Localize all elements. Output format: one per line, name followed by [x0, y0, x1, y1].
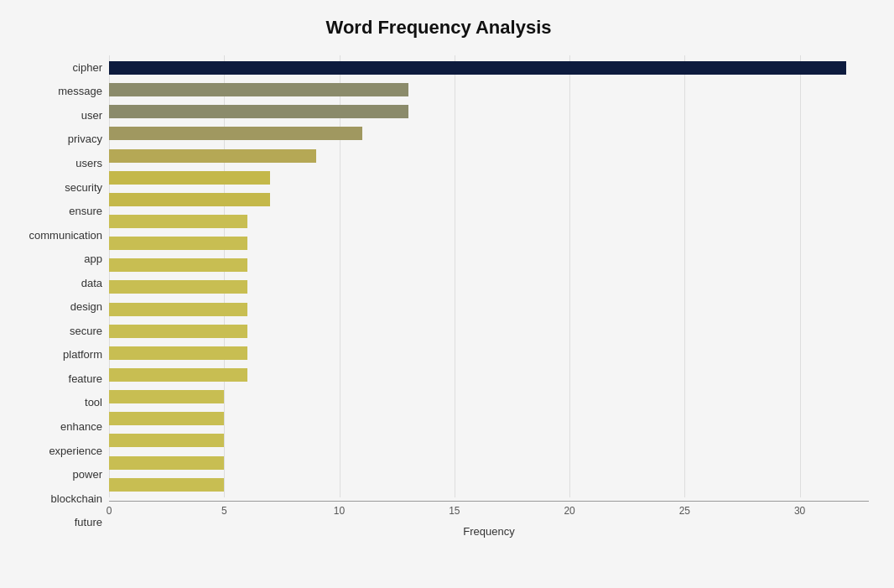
y-label: data — [8, 273, 102, 292]
bar-row — [109, 212, 869, 231]
bar-row — [109, 190, 869, 209]
bar — [109, 105, 408, 118]
bar-row — [109, 278, 869, 296]
bar — [109, 83, 408, 96]
bar-row — [109, 169, 869, 187]
bar-row — [109, 102, 869, 121]
bar — [109, 303, 247, 316]
x-axis-line — [109, 501, 869, 502]
bar — [109, 478, 224, 492]
bar-row — [109, 59, 869, 77]
y-label: user — [8, 106, 102, 124]
bar-row — [109, 322, 869, 341]
y-label: experience — [8, 441, 102, 460]
bar — [109, 280, 247, 294]
bar-row — [109, 81, 869, 99]
bar-row — [109, 124, 869, 143]
y-label: future — [8, 513, 102, 532]
chart-container: Word Frequency Analysis ciphermessageuse… — [0, 0, 894, 588]
bar-row — [109, 388, 869, 406]
bar — [109, 61, 846, 75]
bar — [109, 127, 362, 140]
bar-row — [109, 344, 869, 362]
bar — [109, 237, 247, 250]
y-label: tool — [8, 393, 102, 412]
x-axis-label: Frequency — [109, 525, 869, 538]
bar-row — [109, 409, 869, 428]
x-axis: 051015202530 Frequency — [109, 501, 869, 534]
y-label: blockchain — [8, 489, 102, 507]
bar — [109, 390, 224, 403]
chart-area: ciphermessageuserprivacyuserssecurityens… — [8, 55, 869, 534]
x-tick: 15 — [449, 505, 460, 517]
y-label: app — [8, 250, 102, 268]
x-tick: 25 — [679, 505, 690, 517]
y-label: ensure — [8, 202, 102, 221]
x-tick: 0 — [107, 505, 112, 517]
bar — [109, 258, 247, 272]
bar — [109, 193, 270, 206]
y-label: enhance — [8, 417, 102, 435]
y-label: design — [8, 298, 102, 316]
bar-row — [109, 234, 869, 252]
y-label: security — [8, 178, 102, 196]
x-tick: 10 — [334, 505, 345, 517]
bar-row — [109, 366, 869, 384]
x-ticks: 051015202530 — [109, 505, 869, 522]
x-tick: 20 — [564, 505, 574, 517]
y-label: cipher — [8, 58, 102, 76]
y-label: communication — [8, 226, 102, 244]
bars-and-x: 051015202530 Frequency — [109, 55, 869, 534]
bar-row — [109, 147, 869, 165]
y-label: privacy — [8, 130, 102, 148]
bar — [109, 412, 224, 425]
x-tick: 5 — [221, 505, 227, 517]
y-label: power — [8, 466, 102, 484]
y-label: message — [8, 82, 102, 101]
bars-inner — [109, 55, 869, 497]
y-label: platform — [8, 346, 102, 364]
bar — [109, 456, 224, 470]
bar-row — [109, 300, 869, 319]
x-tick: 30 — [794, 505, 805, 517]
y-axis: ciphermessageuserprivacyuserssecurityens… — [8, 55, 109, 534]
y-label: feature — [8, 369, 102, 388]
chart-title: Word Frequency Analysis — [8, 17, 869, 39]
bar — [109, 346, 247, 360]
y-label: secure — [8, 321, 102, 340]
bar-row — [109, 476, 869, 494]
bar — [109, 215, 247, 228]
y-label: users — [8, 154, 102, 172]
bar — [109, 171, 270, 185]
bar — [109, 368, 247, 382]
bar — [109, 434, 224, 447]
bar — [109, 149, 316, 163]
bar-row — [109, 431, 869, 450]
bar-row — [109, 454, 869, 472]
bar — [109, 325, 247, 338]
bar-row — [109, 256, 869, 274]
bars-wrapper — [109, 55, 869, 497]
